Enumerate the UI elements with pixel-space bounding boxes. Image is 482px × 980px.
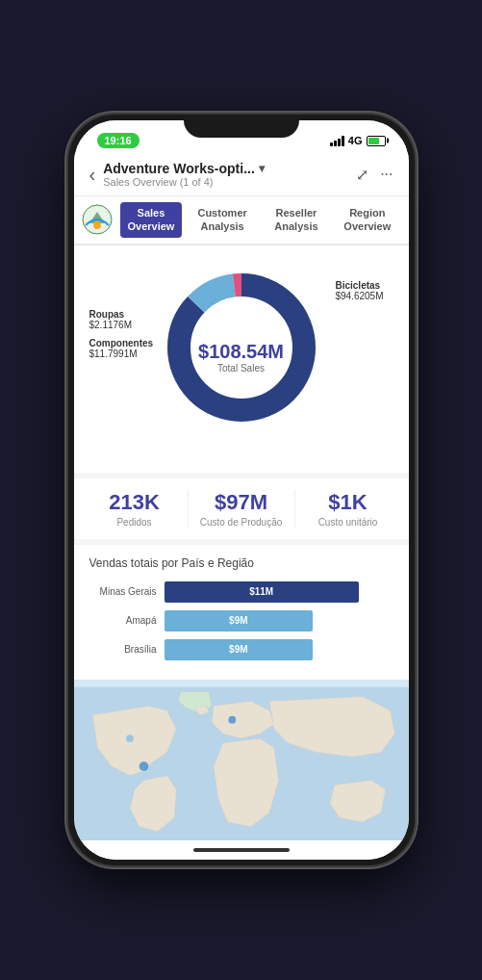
world-map-svg xyxy=(74,680,409,840)
bar-label-0: Minas Gerais xyxy=(89,586,157,597)
legend-bicicletas-value: $94.6205M xyxy=(335,291,383,301)
phone-inner: 19:16 4G ‹ Adventure Works-opti... ▾ xyxy=(74,120,409,860)
phone-bottom xyxy=(74,840,409,860)
metric-pedidos-label: Pedidos xyxy=(82,517,188,528)
signal-icon xyxy=(330,135,344,146)
bar-fill-2: $9M xyxy=(165,639,314,660)
metric-custo-label: Custo de Produção xyxy=(189,517,294,528)
svg-point-1 xyxy=(93,221,101,229)
legend-roupas-value: $2.1176M xyxy=(89,320,154,330)
tab-customer-analysis[interactable]: Customer Analysis xyxy=(186,202,258,238)
tab-reseller-analysis[interactable]: Reseller Analysis xyxy=(263,202,330,238)
report-title: Adventure Works-opti... ▾ xyxy=(103,161,348,176)
main-content: Roupas $2.1176M Componentes $11.7991M xyxy=(74,245,409,840)
donut-total-value: $108.54M xyxy=(198,341,284,363)
status-right: 4G xyxy=(330,135,386,146)
legend-componentes-value: $11.7991M xyxy=(89,348,154,359)
more-icon[interactable]: ··· xyxy=(380,166,393,183)
metric-unitario-label: Custo unitário xyxy=(295,517,401,528)
bar-fill-0: $11M xyxy=(165,581,359,603)
map-section: Microsoft Bing © corporation Terms xyxy=(74,680,409,840)
metric-custo-value: $97M xyxy=(189,490,294,515)
bar-label-2: Brasília xyxy=(89,644,157,655)
metrics-section: 213K Pedidos $97M Custo de Produção $1K … xyxy=(74,473,409,539)
app-logo xyxy=(82,204,113,235)
metric-unitario-value: $1K xyxy=(295,490,401,515)
chart-section: Roupas $2.1176M Componentes $11.7991M xyxy=(74,245,409,473)
bar-item-minas-gerais: Minas Gerais $11M xyxy=(89,581,393,603)
metric-pedidos: 213K Pedidos xyxy=(82,490,189,528)
legend-componentes-title: Componentes xyxy=(89,338,154,348)
bar-item-brasilia: Brasília $9M xyxy=(89,639,393,660)
network-label: 4G xyxy=(348,135,363,146)
legend-bicicletas-title: Bicicletas xyxy=(335,280,383,291)
bar-label-1: Amapá xyxy=(89,615,157,626)
bar-fill-1: $9M xyxy=(165,610,314,632)
app-header: ‹ Adventure Works-opti... ▾ Sales Overvi… xyxy=(74,155,409,196)
donut-total-label: Total Sales xyxy=(198,363,284,374)
svg-point-7 xyxy=(139,761,148,771)
donut-chart-wrapper: Roupas $2.1176M Componentes $11.7991M xyxy=(89,261,393,453)
legend-right: Bicicletas $94.6205M xyxy=(335,280,383,301)
bar-value-0: $11M xyxy=(249,586,273,597)
bar-item-amapa: Amapá $9M xyxy=(89,610,393,632)
tab-bar: Sales Overview Customer Analysis Reselle… xyxy=(74,196,409,245)
bar-chart-section: Vendas totais por País e Região Minas Ge… xyxy=(74,545,409,680)
legend-roupas-title: Roupas xyxy=(89,309,154,320)
metric-custo-unitario: $1K Custo unitário xyxy=(295,490,401,528)
bar-value-1: $9M xyxy=(229,615,247,626)
bar-value-2: $9M xyxy=(229,644,247,655)
notch xyxy=(184,115,299,138)
bar-chart-title: Vendas totais por País e Região xyxy=(89,556,393,570)
metric-pedidos-value: 213K xyxy=(82,490,188,515)
bar-track-1: $9M xyxy=(165,610,393,632)
expand-icon[interactable]: ⤢ xyxy=(356,166,368,184)
battery-icon xyxy=(367,136,386,146)
status-time: 19:16 xyxy=(97,133,140,148)
header-title-area: Adventure Works-opti... ▾ Sales Overview… xyxy=(103,161,348,188)
home-indicator xyxy=(193,848,290,852)
donut-center: $108.54M Total Sales xyxy=(198,341,284,374)
tab-region-overview[interactable]: Region Overview xyxy=(334,202,400,238)
bar-track-2: $9M xyxy=(165,639,393,660)
legend-left: Roupas $2.1176M Componentes $11.7991M xyxy=(89,309,154,359)
svg-point-9 xyxy=(126,735,134,742)
phone-frame: 19:16 4G ‹ Adventure Works-opti... ▾ xyxy=(68,115,415,865)
bar-track-0: $11M xyxy=(165,581,393,603)
dropdown-icon[interactable]: ▾ xyxy=(259,162,265,175)
header-actions: ⤢ ··· xyxy=(356,166,393,184)
metric-custo-producao: $97M Custo de Produção xyxy=(189,490,295,528)
page-subtitle: Sales Overview (1 of 4) xyxy=(103,176,348,188)
svg-point-8 xyxy=(228,715,236,723)
tab-sales-overview[interactable]: Sales Overview xyxy=(120,202,183,238)
back-button[interactable]: ‹ xyxy=(89,164,96,186)
